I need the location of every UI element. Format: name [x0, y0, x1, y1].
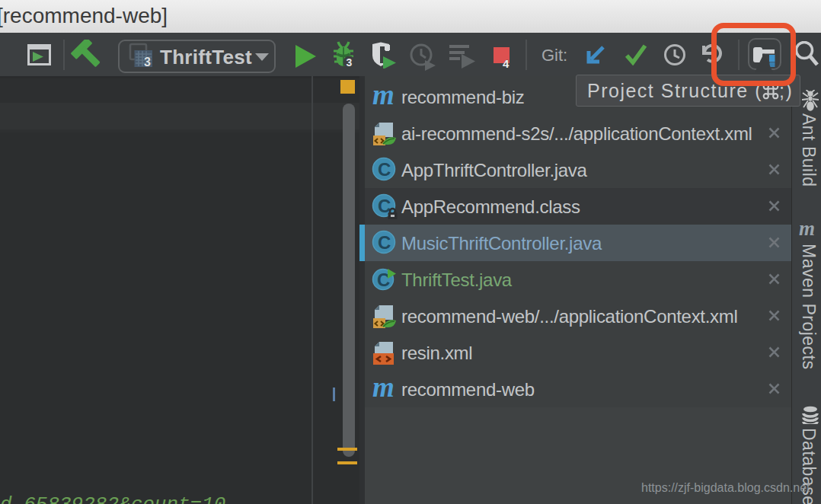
svg-text:4: 4 — [503, 57, 510, 70]
svg-text:m: m — [799, 219, 815, 239]
svg-text:C: C — [378, 232, 391, 253]
svg-text:m: m — [372, 84, 395, 110]
svg-text:3: 3 — [144, 56, 151, 68]
svg-text:3: 3 — [347, 56, 353, 69]
svg-text:C: C — [378, 159, 391, 180]
svg-text:m: m — [372, 376, 395, 402]
